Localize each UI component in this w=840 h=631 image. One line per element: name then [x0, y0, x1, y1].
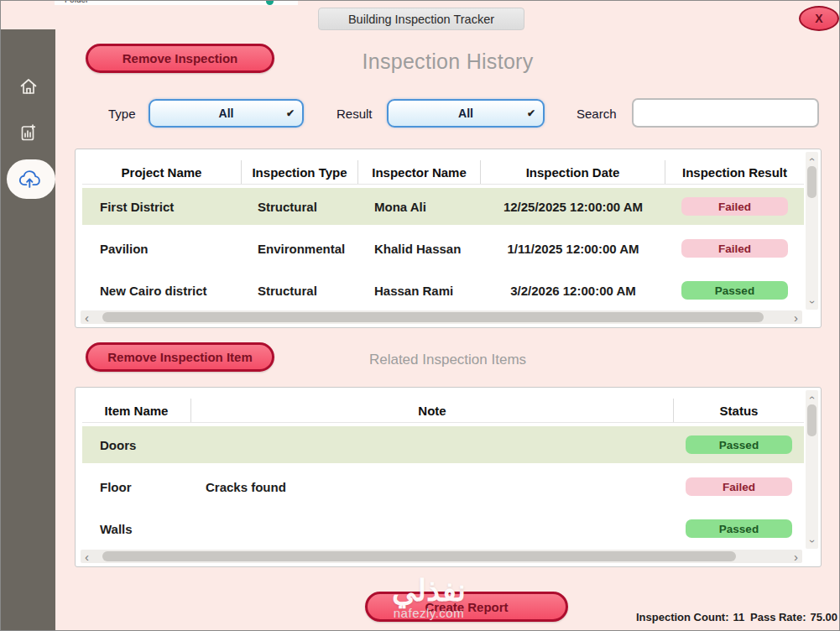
scroll-up-icon[interactable]: ‹: [807, 396, 817, 399]
cell-project: Pavilion: [82, 230, 242, 267]
scroll-right-icon[interactable]: ›: [794, 311, 798, 324]
column-header-inspection-type[interactable]: Inspection Type: [242, 160, 358, 184]
column-header-item-name[interactable]: Item Name: [82, 399, 191, 422]
status-badge: Passed: [681, 281, 788, 300]
sidebar-item-reports[interactable]: [18, 123, 39, 143]
scroll-down-icon[interactable]: ›: [807, 300, 817, 304]
scroll-down-icon[interactable]: ›: [807, 540, 817, 543]
column-header-note[interactable]: Note: [191, 399, 674, 422]
cell-note: Cracks found: [191, 468, 674, 505]
cell-note: [191, 426, 674, 463]
vertical-scrollbar[interactable]: ‹ ›: [806, 390, 818, 549]
search-label: Search: [577, 107, 617, 121]
background-window-text: Folder: [65, 1, 88, 4]
cell-type: Environmental: [242, 230, 358, 267]
column-header-inspector-name[interactable]: Inspector Name: [358, 160, 481, 184]
cell-date: 12/25/2025 12:00:00 AM: [481, 188, 665, 225]
type-filter-value: All: [219, 107, 234, 120]
background-window-sliver: Folder: [55, 1, 298, 5]
sidebar-item-home[interactable]: [18, 76, 39, 96]
cell-inspector: Mona Ali: [358, 188, 481, 225]
status-badge: Failed: [686, 477, 792, 496]
column-header-project-name[interactable]: Project Name: [82, 160, 242, 184]
report-chart-icon: [18, 123, 39, 143]
cell-note: [191, 510, 674, 547]
scroll-right-icon[interactable]: ›: [794, 550, 798, 563]
cell-inspector: Hassan Rami: [358, 272, 481, 309]
scrollbar-thumb[interactable]: [102, 551, 736, 561]
status-badge: Failed: [681, 197, 788, 216]
sidebar: [1, 29, 55, 631]
table-row[interactable]: Walls Passed: [82, 510, 804, 547]
pass-rate-stat: Pass Rate: 75.00: [750, 611, 837, 623]
scroll-up-icon[interactable]: ‹: [807, 158, 817, 161]
home-icon: [18, 76, 39, 96]
cell-project: New Cairo district: [82, 272, 242, 309]
app-window: Folder Building Inspection Tracker X Rem…: [0, 0, 840, 631]
type-filter-dropdown[interactable]: All ✔: [149, 99, 304, 128]
related-items-heading: Related Inspection Items: [303, 352, 592, 368]
pass-rate-label: Pass Rate:: [750, 611, 806, 623]
cell-item-name: Doors: [82, 426, 191, 463]
dropdown-check-icon: ✔: [286, 107, 295, 119]
pass-rate-value: 75.00: [810, 611, 837, 623]
scrollbar-thumb[interactable]: [807, 404, 817, 436]
inspection-history-heading: Inspection History: [303, 50, 592, 74]
dropdown-check-icon: ✔: [527, 107, 535, 119]
scrollbar-thumb[interactable]: [807, 166, 817, 198]
cell-type: Structural: [242, 272, 358, 309]
sidebar-item-upload-active[interactable]: [7, 159, 55, 199]
status-badge: Failed: [681, 239, 788, 258]
table-row[interactable]: First District Structural Mona Ali 12/25…: [82, 188, 804, 225]
cell-item-name: Floor: [82, 468, 191, 505]
type-filter-label: Type: [108, 107, 136, 121]
scroll-left-icon[interactable]: ‹: [85, 311, 89, 324]
close-button[interactable]: X: [799, 6, 839, 31]
inspection-count-label: Inspection Count:: [636, 611, 729, 623]
cell-type: Structural: [242, 188, 358, 225]
cell-inspector: Khalid Hassan: [358, 230, 481, 267]
result-filter-label: Result: [337, 107, 373, 121]
cloud-upload-icon: [18, 169, 44, 190]
column-header-inspection-result[interactable]: Inspection Result: [665, 160, 804, 184]
table-row[interactable]: Floor Cracks found Failed: [82, 468, 804, 505]
create-report-button[interactable]: Create Report: [365, 592, 568, 622]
inspection-count-stat: Inspection Count: 11: [636, 611, 744, 623]
scrollbar-thumb[interactable]: [102, 312, 764, 322]
background-window-dot: [266, 1, 274, 5]
result-filter-dropdown[interactable]: All ✔: [387, 99, 545, 128]
cell-date: 1/11/2025 12:00:00 AM: [481, 230, 665, 267]
related-items-grid: Item Name Note Status Doors Passed Floor…: [75, 387, 822, 567]
inspection-history-grid: Project Name Inspection Type Inspector N…: [75, 149, 822, 328]
table-row[interactable]: Doors Passed: [82, 426, 804, 463]
horizontal-scrollbar[interactable]: ‹ ›: [81, 310, 802, 324]
grid-header-row: Project Name Inspection Type Inspector N…: [82, 160, 804, 185]
inspection-count-value: 11: [733, 611, 745, 623]
scroll-left-icon[interactable]: ‹: [85, 550, 89, 563]
search-input[interactable]: [632, 98, 819, 128]
status-badge: Passed: [686, 435, 792, 454]
window-title: Building Inspection Tracker: [318, 8, 524, 30]
table-row[interactable]: New Cairo district Structural Hassan Ram…: [82, 272, 804, 309]
result-filter-value: All: [458, 107, 473, 120]
status-badge: Passed: [686, 519, 792, 538]
column-header-inspection-date[interactable]: Inspection Date: [481, 160, 665, 184]
vertical-scrollbar[interactable]: ‹ ›: [806, 152, 818, 310]
table-row[interactable]: Pavilion Environmental Khalid Hassan 1/1…: [82, 230, 804, 267]
column-header-status[interactable]: Status: [674, 399, 804, 422]
horizontal-scrollbar[interactable]: ‹ ›: [81, 550, 802, 563]
cell-date: 3/2/2026 12:00:00 AM: [481, 272, 665, 309]
remove-inspection-item-button[interactable]: Remove Inspection Item: [86, 342, 274, 372]
cell-item-name: Walls: [82, 510, 191, 547]
cell-project: First District: [82, 188, 242, 225]
grid-header-row: Item Name Note Status: [82, 399, 804, 423]
remove-inspection-button[interactable]: Remove Inspection: [86, 44, 274, 73]
